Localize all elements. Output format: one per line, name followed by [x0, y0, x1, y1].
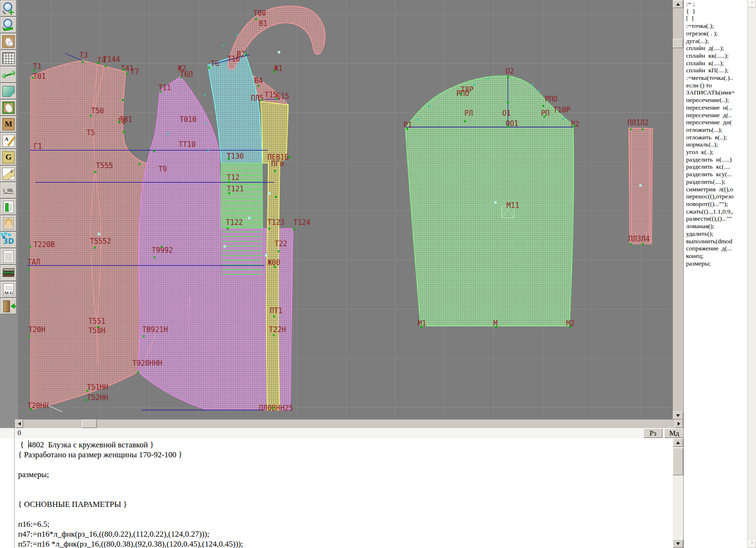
command-item[interactable]: разделить(....); [684, 178, 747, 186]
command-item[interactable]: если () то [684, 82, 747, 89]
drawing-canvas[interactable]: Т00В1Т3Т4Т144Т41Т7Т1Т01Ж2Т6ПТ6Т16В2Ж1Т11… [18, 0, 673, 420]
editor-scroll-down-button[interactable] [673, 539, 683, 548]
command-item[interactable]: удалить(); [684, 230, 747, 238]
command-item[interactable]: { } [684, 8, 747, 15]
command-item[interactable]: сжать(()..,1.1,0.9,. [684, 208, 747, 215]
books-button[interactable] [0, 265, 17, 281]
sheet-map-button[interactable] [0, 83, 17, 99]
arrow-down-icon [676, 542, 680, 547]
canvas-vertical-scrollbar[interactable] [673, 0, 683, 420]
pattern-view-button[interactable] [0, 34, 17, 50]
command-item[interactable]: := ; [684, 0, 747, 8]
editor-scrollbar[interactable] [673, 438, 683, 548]
command-item[interactable]: сплайн к(....); [684, 60, 747, 67]
command-item[interactable]: нормаль(..); [684, 141, 747, 148]
drafting-tools-button[interactable]: A [0, 133, 17, 149]
editor-line: п57:=п16 *л_фнк(рз_16,((80,0.38),(92,0.3… [16, 539, 243, 548]
command-item[interactable]: развести((),()..."" [684, 215, 747, 223]
command-item[interactable]: пересечение н(.. [684, 104, 747, 111]
command-item[interactable]: пересечение(..); [684, 96, 747, 104]
canvas-horizontal-scrollbar[interactable] [15, 420, 683, 428]
list-scroll-down-button[interactable]: ˅ [748, 540, 756, 548]
alg-button[interactable]: ALG [0, 282, 17, 298]
editor-line [16, 509, 18, 519]
notes-button[interactable] [0, 248, 17, 265]
m-tool-button[interactable]: M [0, 116, 17, 132]
editor-line: п47:=п16*л_фнк(рз_16,((80,0.22),(112,0.2… [16, 529, 209, 539]
scroll-up-button[interactable] [673, 0, 683, 8]
command-list-scrollbar[interactable]: ˄ ˅ [747, 0, 756, 548]
command-item[interactable]: угол к(..); [684, 148, 747, 156]
exit-button[interactable] [0, 298, 17, 314]
command-item[interactable]: сплайн кк(.....); [684, 52, 747, 60]
command-item[interactable]: пересечение дн( [684, 119, 747, 126]
program-editor[interactable]: { 4802 Блузка с кружевной вставкой } { Р… [0, 438, 673, 548]
command-item[interactable]: разделить кс(.... [684, 163, 747, 171]
threed-button[interactable]: 3D [0, 232, 17, 248]
command-item[interactable]: [ ] [684, 15, 747, 22]
command-item[interactable]: разделить ксу(... [684, 171, 747, 178]
status-bar: 0 Рз Мд [0, 428, 683, 438]
command-item[interactable]: пересечение д(.. [684, 111, 747, 119]
editor-line: п16:=6.5; [16, 519, 50, 529]
command-item[interactable]: сопряжение д(... [684, 245, 747, 252]
command-item[interactable]: отложить(...); [684, 126, 747, 134]
scroll-left-button[interactable] [15, 420, 23, 428]
measure-button[interactable] [0, 67, 17, 83]
rz-button[interactable]: Рз [644, 428, 662, 438]
command-item[interactable]: :=точка(.); [684, 22, 747, 30]
md-button[interactable]: Мд [664, 428, 684, 438]
command-item[interactable]: разделить н(.....) [684, 156, 747, 163]
pattern-frame-button[interactable] [0, 100, 17, 116]
arrow-up-icon [676, 1, 680, 6]
editor-line: { ОСНОВНЫЕ ПАРАМЕТРЫ } [16, 499, 127, 509]
portrait-button[interactable] [0, 215, 17, 231]
command-item[interactable]: отложить в(..); [684, 134, 747, 141]
command-item[interactable]: симметрия л((),о [684, 186, 747, 193]
table-chart-button[interactable] [0, 199, 17, 215]
pattern-piece-lace-band-lower[interactable] [221, 229, 263, 276]
pattern-pieces-layer [18, 0, 673, 420]
command-list-panel: := ;{ }[ ]:=точка(.);отрезок( . );дуга(.… [683, 0, 747, 548]
pattern-piece-sleeve[interactable] [405, 76, 574, 326]
command-item[interactable]: ломаная(); [684, 223, 747, 230]
command-item[interactable]: дуга(...); [684, 37, 747, 45]
scroll-right-button[interactable] [675, 420, 683, 428]
arrow-right-icon [678, 422, 682, 426]
horizontal-scroll-thumb[interactable] [82, 420, 97, 428]
command-item[interactable]: отрезок( . ); [684, 30, 747, 37]
command-item[interactable]: перенос((),отрезо [684, 193, 747, 200]
zoom-in-button[interactable]: + [0, 0, 17, 17]
g-tool-button[interactable]: G [0, 149, 17, 165]
editor-line [16, 460, 18, 470]
editor-scroll-up-button[interactable] [673, 438, 683, 447]
arrow-left-icon [16, 422, 21, 426]
arrow-down-icon [676, 414, 680, 419]
editor-margin-line [14, 428, 15, 548]
arrow-up-icon [676, 439, 680, 444]
chevron-down-icon: ˅ [751, 541, 754, 548]
i66-button[interactable]: i_66. [0, 182, 17, 198]
scroll-down-button[interactable] [673, 411, 683, 420]
command-item[interactable]: размеры; [684, 260, 747, 267]
ruler-button[interactable]: 8 [0, 166, 17, 182]
zoom-view-button[interactable] [0, 17, 17, 33]
command-item[interactable]: :=метка(точка(.).. [684, 74, 747, 82]
editor-line [16, 480, 18, 489]
editor-line: размеры; [16, 470, 49, 480]
list-scroll-up-button[interactable]: ˄ [748, 0, 756, 8]
vertical-scroll-thumb[interactable] [673, 39, 683, 48]
command-item[interactable]: ЗАПИСАТЬ(имя= [684, 89, 747, 96]
pattern-piece-bodice-back[interactable] [31, 60, 157, 410]
pattern-piece-strip[interactable] [629, 128, 653, 244]
command-item[interactable]: конец; [684, 252, 747, 260]
line-number: 0 [17, 429, 21, 437]
command-item[interactable]: поворот(()...""); [684, 200, 747, 208]
command-item[interactable]: сплайн кП(....); [684, 67, 747, 74]
grid-button[interactable] [0, 50, 17, 66]
command-item[interactable]: выполнить(dmod [684, 238, 747, 245]
editor-line [16, 489, 18, 499]
pattern-piece-lace-band[interactable] [221, 163, 263, 229]
editor-scroll-thumb[interactable] [673, 448, 683, 475]
command-item[interactable]: сплайн д(....); [684, 44, 747, 52]
